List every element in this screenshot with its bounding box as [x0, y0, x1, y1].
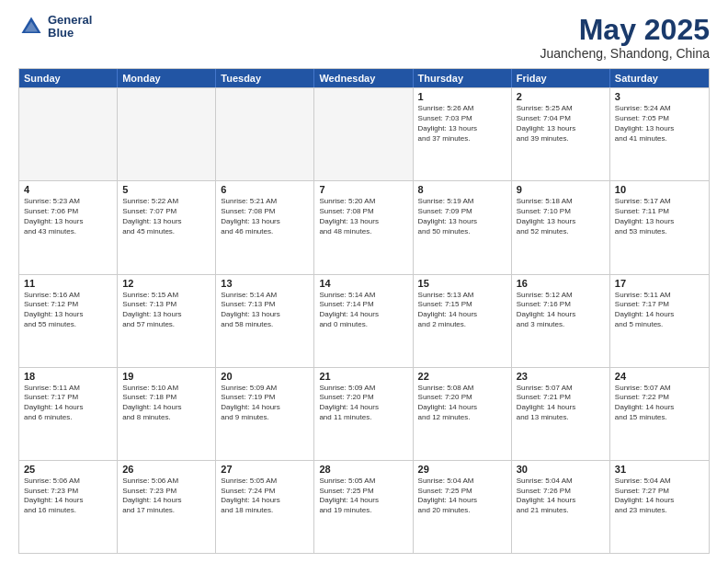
day-number: 4 [24, 184, 112, 195]
day-number: 22 [418, 371, 506, 382]
day-number: 5 [122, 184, 210, 195]
day-info: Sunrise: 5:15 AM Sunset: 7:13 PM Dayligh… [122, 291, 210, 330]
day-info: Sunrise: 5:05 AM Sunset: 7:25 PM Dayligh… [319, 477, 407, 516]
day-number: 13 [221, 278, 309, 289]
logo-line1: General [48, 14, 92, 27]
cal-cell-0-4: 1Sunrise: 5:26 AM Sunset: 7:03 PM Daylig… [414, 88, 512, 180]
day-info: Sunrise: 5:26 AM Sunset: 7:03 PM Dayligh… [418, 104, 506, 144]
day-info: Sunrise: 5:09 AM Sunset: 7:19 PM Dayligh… [221, 384, 309, 423]
cal-cell-0-3 [314, 88, 413, 180]
cal-cell-1-4: 8Sunrise: 5:19 AM Sunset: 7:09 PM Daylig… [414, 181, 512, 273]
day-info: Sunrise: 5:05 AM Sunset: 7:24 PM Dayligh… [221, 477, 309, 516]
cal-cell-4-5: 30Sunrise: 5:04 AM Sunset: 7:26 PM Dayli… [512, 461, 610, 553]
day-info: Sunrise: 5:13 AM Sunset: 7:15 PM Dayligh… [418, 291, 506, 330]
day-info: Sunrise: 5:21 AM Sunset: 7:08 PM Dayligh… [221, 197, 309, 236]
day-number: 9 [517, 184, 605, 195]
cal-cell-2-1: 12Sunrise: 5:15 AM Sunset: 7:13 PM Dayli… [118, 275, 216, 367]
calendar-body: 1Sunrise: 5:26 AM Sunset: 7:03 PM Daylig… [19, 87, 709, 553]
day-number: 21 [319, 371, 407, 382]
logo-text: General Blue [48, 14, 92, 40]
day-number: 24 [615, 371, 704, 382]
cal-cell-2-4: 15Sunrise: 5:13 AM Sunset: 7:15 PM Dayli… [414, 275, 512, 367]
cal-row-3: 18Sunrise: 5:11 AM Sunset: 7:17 PM Dayli… [19, 367, 709, 460]
day-info: Sunrise: 5:11 AM Sunset: 7:17 PM Dayligh… [615, 291, 704, 330]
col-wednesday: Wednesday [314, 69, 413, 87]
day-number: 23 [517, 371, 605, 382]
day-number: 15 [418, 278, 506, 289]
day-info: Sunrise: 5:17 AM Sunset: 7:11 PM Dayligh… [615, 197, 704, 236]
col-saturday: Saturday [610, 69, 709, 87]
title-block: May 2025 Juancheng, Shandong, China [540, 14, 710, 61]
cal-cell-0-2 [216, 88, 314, 180]
header: General Blue May 2025 Juancheng, Shandon… [18, 14, 710, 61]
cal-cell-2-3: 14Sunrise: 5:14 AM Sunset: 7:14 PM Dayli… [314, 275, 413, 367]
cal-cell-2-6: 17Sunrise: 5:11 AM Sunset: 7:17 PM Dayli… [610, 275, 709, 367]
cal-row-1: 4Sunrise: 5:23 AM Sunset: 7:06 PM Daylig… [19, 180, 709, 273]
cal-cell-4-2: 27Sunrise: 5:05 AM Sunset: 7:24 PM Dayli… [216, 461, 314, 553]
day-info: Sunrise: 5:18 AM Sunset: 7:10 PM Dayligh… [517, 197, 605, 236]
col-sunday: Sunday [19, 69, 118, 87]
day-number: 29 [418, 464, 506, 475]
cal-cell-4-4: 29Sunrise: 5:04 AM Sunset: 7:25 PM Dayli… [414, 461, 512, 553]
day-number: 30 [517, 464, 605, 475]
cal-cell-3-5: 23Sunrise: 5:07 AM Sunset: 7:21 PM Dayli… [512, 368, 610, 460]
day-number: 7 [319, 184, 407, 195]
day-info: Sunrise: 5:04 AM Sunset: 7:25 PM Dayligh… [418, 477, 506, 516]
cal-cell-1-6: 10Sunrise: 5:17 AM Sunset: 7:11 PM Dayli… [610, 181, 709, 273]
calendar-header: Sunday Monday Tuesday Wednesday Thursday… [19, 69, 709, 87]
logo: General Blue [18, 14, 92, 40]
day-info: Sunrise: 5:23 AM Sunset: 7:06 PM Dayligh… [24, 197, 112, 236]
cal-cell-4-6: 31Sunrise: 5:04 AM Sunset: 7:27 PM Dayli… [610, 461, 709, 553]
day-info: Sunrise: 5:25 AM Sunset: 7:04 PM Dayligh… [517, 104, 605, 144]
day-info: Sunrise: 5:04 AM Sunset: 7:26 PM Dayligh… [517, 477, 605, 516]
cal-cell-0-6: 3Sunrise: 5:24 AM Sunset: 7:05 PM Daylig… [610, 88, 709, 180]
cal-cell-3-1: 19Sunrise: 5:10 AM Sunset: 7:18 PM Dayli… [118, 368, 216, 460]
cal-cell-3-2: 20Sunrise: 5:09 AM Sunset: 7:19 PM Dayli… [216, 368, 314, 460]
cal-cell-4-1: 26Sunrise: 5:06 AM Sunset: 7:23 PM Dayli… [118, 461, 216, 553]
cal-cell-1-2: 6Sunrise: 5:21 AM Sunset: 7:08 PM Daylig… [216, 181, 314, 273]
day-number: 12 [122, 278, 210, 289]
cal-cell-4-0: 25Sunrise: 5:06 AM Sunset: 7:23 PM Dayli… [19, 461, 118, 553]
day-number: 11 [24, 278, 112, 289]
day-info: Sunrise: 5:07 AM Sunset: 7:21 PM Dayligh… [517, 384, 605, 423]
cal-cell-3-4: 22Sunrise: 5:08 AM Sunset: 7:20 PM Dayli… [414, 368, 512, 460]
day-info: Sunrise: 5:08 AM Sunset: 7:20 PM Dayligh… [418, 384, 506, 423]
col-friday: Friday [512, 69, 610, 87]
day-number: 25 [24, 464, 112, 475]
day-info: Sunrise: 5:04 AM Sunset: 7:27 PM Dayligh… [615, 477, 704, 516]
day-number: 17 [615, 278, 704, 289]
cal-cell-1-0: 4Sunrise: 5:23 AM Sunset: 7:06 PM Daylig… [19, 181, 118, 273]
day-info: Sunrise: 5:06 AM Sunset: 7:23 PM Dayligh… [24, 477, 112, 516]
day-number: 19 [122, 371, 210, 382]
cal-cell-2-5: 16Sunrise: 5:12 AM Sunset: 7:16 PM Dayli… [512, 275, 610, 367]
cal-row-4: 25Sunrise: 5:06 AM Sunset: 7:23 PM Dayli… [19, 460, 709, 553]
day-info: Sunrise: 5:11 AM Sunset: 7:17 PM Dayligh… [24, 384, 112, 423]
cal-cell-0-5: 2Sunrise: 5:25 AM Sunset: 7:04 PM Daylig… [512, 88, 610, 180]
day-info: Sunrise: 5:24 AM Sunset: 7:05 PM Dayligh… [615, 104, 704, 144]
day-number: 8 [418, 184, 506, 195]
cal-cell-1-5: 9Sunrise: 5:18 AM Sunset: 7:10 PM Daylig… [512, 181, 610, 273]
day-number: 20 [221, 371, 309, 382]
day-number: 28 [319, 464, 407, 475]
calendar: Sunday Monday Tuesday Wednesday Thursday… [18, 68, 710, 554]
cal-row-2: 11Sunrise: 5:16 AM Sunset: 7:12 PM Dayli… [19, 274, 709, 367]
day-info: Sunrise: 5:22 AM Sunset: 7:07 PM Dayligh… [122, 197, 210, 236]
month-title: May 2025 [540, 14, 710, 46]
day-info: Sunrise: 5:14 AM Sunset: 7:14 PM Dayligh… [319, 291, 407, 330]
cal-cell-2-0: 11Sunrise: 5:16 AM Sunset: 7:12 PM Dayli… [19, 275, 118, 367]
cal-cell-1-1: 5Sunrise: 5:22 AM Sunset: 7:07 PM Daylig… [118, 181, 216, 273]
cal-cell-3-6: 24Sunrise: 5:07 AM Sunset: 7:22 PM Dayli… [610, 368, 709, 460]
cal-cell-2-2: 13Sunrise: 5:14 AM Sunset: 7:13 PM Dayli… [216, 275, 314, 367]
day-info: Sunrise: 5:07 AM Sunset: 7:22 PM Dayligh… [615, 384, 704, 423]
col-tuesday: Tuesday [216, 69, 314, 87]
day-number: 1 [418, 91, 506, 102]
day-number: 14 [319, 278, 407, 289]
day-number: 10 [615, 184, 704, 195]
day-info: Sunrise: 5:06 AM Sunset: 7:23 PM Dayligh… [122, 477, 210, 516]
col-monday: Monday [118, 69, 216, 87]
col-thursday: Thursday [414, 69, 512, 87]
day-number: 31 [615, 464, 704, 475]
day-number: 26 [122, 464, 210, 475]
page: General Blue May 2025 Juancheng, Shandon… [0, 0, 728, 563]
cal-cell-0-1 [118, 88, 216, 180]
